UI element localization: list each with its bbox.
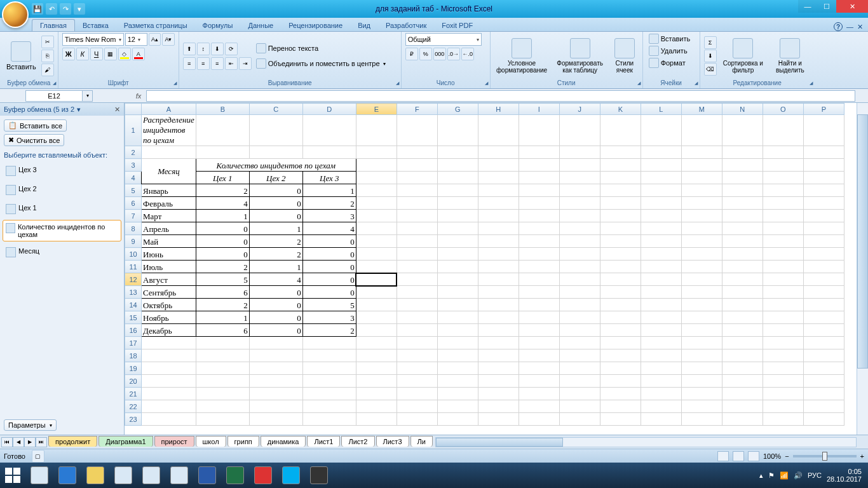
cell[interactable] <box>356 400 397 413</box>
row-header[interactable]: 12 <box>125 273 142 286</box>
cell[interactable] <box>803 210 844 222</box>
cell[interactable]: 0 <box>249 299 302 311</box>
cell[interactable] <box>356 159 397 172</box>
cell[interactable] <box>397 362 437 375</box>
cell[interactable] <box>437 324 478 337</box>
cell[interactable] <box>763 311 803 324</box>
cell[interactable] <box>397 172 437 184</box>
cell[interactable] <box>722 197 763 210</box>
cell[interactable]: Количество инцидентов по цехам <box>196 159 356 172</box>
cell[interactable] <box>681 324 722 337</box>
cell[interactable] <box>681 400 722 413</box>
sheet-tab[interactable]: прирост <box>154 436 194 447</box>
cell[interactable] <box>356 388 397 400</box>
column-header[interactable]: G <box>437 104 478 115</box>
cell[interactable] <box>722 413 763 426</box>
autosum-icon[interactable]: Σ <box>704 36 717 49</box>
cell[interactable] <box>803 299 844 311</box>
cell[interactable]: 2 <box>196 299 249 311</box>
format-painter-icon[interactable]: 🖌 <box>41 64 54 76</box>
cell[interactable] <box>478 115 519 146</box>
format-table-button[interactable]: Форматировать как таблицу <box>552 33 608 79</box>
cell[interactable] <box>803 172 844 184</box>
cell[interactable] <box>641 184 681 197</box>
cell[interactable] <box>559 222 600 235</box>
cell[interactable] <box>437 115 478 146</box>
taskbar-excel-icon[interactable] <box>222 465 248 485</box>
cell[interactable] <box>763 349 803 362</box>
cell[interactable]: Ноябрь <box>142 311 196 324</box>
cell[interactable]: 0 <box>249 286 302 299</box>
cell[interactable] <box>559 210 600 222</box>
cell[interactable] <box>519 375 559 388</box>
column-header[interactable]: C <box>249 104 302 115</box>
tray-language[interactable]: РУС <box>808 471 822 479</box>
vertical-scrollbar[interactable] <box>857 103 868 435</box>
sheet-nav-last[interactable]: ⏭ <box>36 437 47 447</box>
cell[interactable] <box>249 349 302 362</box>
cell[interactable] <box>356 146 397 159</box>
cell[interactable] <box>722 324 763 337</box>
cell[interactable] <box>600 375 641 388</box>
cell[interactable] <box>763 115 803 146</box>
align-right-icon[interactable]: ≡ <box>211 57 224 70</box>
tray-network-icon[interactable]: 📶 <box>780 471 789 480</box>
cell[interactable] <box>356 222 397 235</box>
cell[interactable] <box>803 197 844 210</box>
column-header[interactable]: F <box>397 104 437 115</box>
name-box[interactable]: E12 <box>25 90 83 102</box>
taskbar-app-6[interactable] <box>166 465 192 485</box>
row-header[interactable]: 8 <box>125 222 142 235</box>
align-middle-icon[interactable]: ↕ <box>197 43 210 55</box>
cell[interactable] <box>681 273 722 286</box>
cell[interactable] <box>681 184 722 197</box>
cell[interactable] <box>519 400 559 413</box>
cell[interactable] <box>722 261 763 273</box>
cell[interactable] <box>437 311 478 324</box>
cell[interactable] <box>397 210 437 222</box>
cell[interactable] <box>302 146 356 159</box>
cell[interactable] <box>249 375 302 388</box>
cell[interactable] <box>519 286 559 299</box>
name-box-dropdown[interactable]: ▾ <box>83 90 93 102</box>
cell[interactable] <box>600 222 641 235</box>
cell[interactable] <box>763 235 803 248</box>
cell[interactable] <box>722 400 763 413</box>
cell[interactable] <box>600 248 641 261</box>
cell[interactable] <box>641 172 681 184</box>
cell[interactable]: 0 <box>249 324 302 337</box>
cell[interactable] <box>763 146 803 159</box>
help-icon[interactable]: ? <box>834 22 843 31</box>
cell[interactable] <box>437 235 478 248</box>
orientation-icon[interactable]: ⟳ <box>225 43 238 55</box>
row-header[interactable]: 11 <box>125 261 142 273</box>
cell[interactable] <box>763 222 803 235</box>
cell[interactable] <box>356 172 397 184</box>
cell[interactable] <box>519 413 559 426</box>
cell[interactable]: 0 <box>249 311 302 324</box>
clipboard-item[interactable]: Цех 3 <box>3 163 121 179</box>
cell[interactable] <box>559 337 600 349</box>
tab-data[interactable]: Данные <box>240 20 281 31</box>
cell[interactable] <box>763 286 803 299</box>
fill-icon[interactable]: ⬇ <box>704 50 717 62</box>
cell[interactable] <box>519 159 559 172</box>
start-button[interactable] <box>0 463 25 488</box>
row-header[interactable]: 10 <box>125 248 142 261</box>
cell[interactable] <box>641 146 681 159</box>
horizontal-scrollbar[interactable] <box>435 437 857 447</box>
undo-icon[interactable]: ↶ <box>46 3 57 15</box>
cell[interactable]: 1 <box>302 184 356 197</box>
cell[interactable]: 5 <box>302 299 356 311</box>
row-header[interactable]: 7 <box>125 210 142 222</box>
column-header[interactable]: M <box>681 104 722 115</box>
cell[interactable]: 0 <box>196 222 249 235</box>
cell[interactable] <box>519 273 559 286</box>
cell[interactable]: Июнь <box>142 248 196 261</box>
align-top-icon[interactable]: ⬆ <box>183 43 196 55</box>
cell[interactable] <box>478 413 519 426</box>
cell[interactable] <box>437 286 478 299</box>
cell[interactable] <box>600 197 641 210</box>
cell[interactable] <box>722 146 763 159</box>
taskbar-opera-icon[interactable] <box>250 465 276 485</box>
